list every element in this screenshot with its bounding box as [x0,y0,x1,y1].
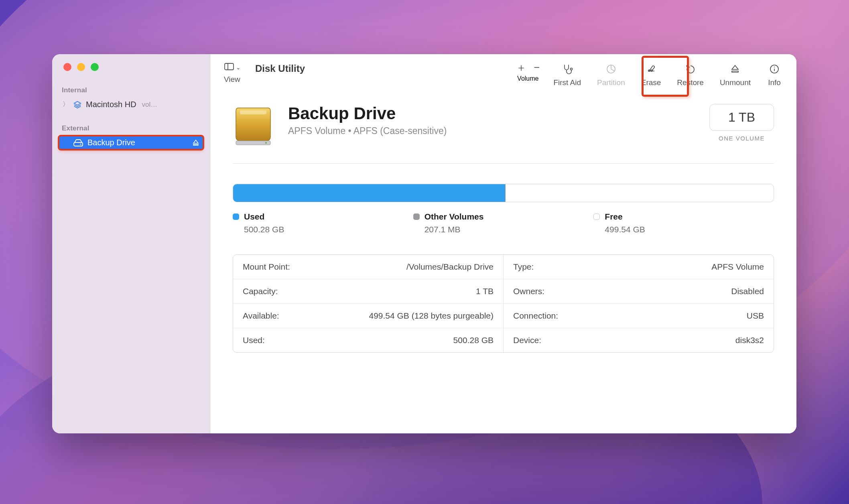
swatch-other-icon [413,213,420,220]
sidebar-item-label: Backup Drive [87,138,135,147]
usage-segment-used [233,184,505,202]
legend-free: Free 499.54 GB [593,212,774,234]
capacity-sublabel: ONE VOLUME [709,135,774,142]
legend-other: Other Volumes 207.1 MB [413,212,594,234]
info-row-owners: Owners:Disabled [504,279,774,303]
external-drive-art-icon [233,104,274,147]
eject-button[interactable] [188,139,199,146]
svg-point-10 [774,67,775,67]
sidebar-section-internal: Internal [52,86,210,94]
svg-rect-11 [240,110,266,114]
svg-point-13 [265,142,267,144]
volume-label: Volume [517,75,538,82]
sidebar-section-external: External [52,124,210,132]
close-window-button[interactable] [63,63,71,71]
volume-name: Backup Drive [288,104,447,123]
volume-add-remove: ＋ − Volume [516,62,540,89]
sidebar-item-macintosh-hd[interactable]: 〉 Macintosh HD vol… [59,98,203,112]
usage-segment-other [505,184,506,202]
chevron-down-icon: ⌄ [236,64,241,71]
divider [233,163,774,164]
eject-icon [729,64,741,76]
swatch-free-icon [593,213,600,220]
annotation-highlight-restore [642,56,689,97]
info-table: Mount Point:/Volumes/Backup Drive Capaci… [233,254,774,353]
window-controls [52,63,210,71]
info-row-type: Type:APFS Volume [504,255,774,279]
first-aid-button[interactable]: First Aid [551,62,583,89]
minimize-window-button[interactable] [77,63,85,71]
svg-point-4 [570,68,572,70]
capacity-badge: 1 TB [709,104,774,131]
zoom-window-button[interactable] [91,63,99,71]
remove-volume-button[interactable]: − [534,63,540,72]
window-title: Disk Utility [255,63,305,74]
external-drive-icon [73,138,83,147]
info-button[interactable]: Info [764,62,784,89]
svg-point-1 [80,144,81,145]
info-row-device: Device:disk3s2 [504,328,774,352]
volume-stack-icon [73,100,82,109]
sidebar: Internal 〉 Macintosh HD vol… External Ba… [52,54,210,433]
add-volume-button[interactable]: ＋ [516,63,526,72]
swatch-used-icon [233,213,239,220]
usage-bar [233,184,774,202]
info-row-capacity: Capacity:1 TB [233,279,503,303]
info-icon [769,64,780,76]
partition-button: Partition [595,62,628,89]
info-row-mount-point: Mount Point:/Volumes/Backup Drive [233,255,503,279]
view-label: View [224,75,240,84]
info-row-available: Available:499.54 GB (128 bytes purgeable… [233,303,503,328]
main-panel: ⌄ View Disk Utility ＋ − Volume First Aid [210,54,796,433]
info-row-connection: Connection:USB [504,303,774,328]
sidebar-item-label: Macintosh HD [86,100,136,109]
view-menu-button[interactable]: ⌄ View [224,62,241,84]
stethoscope-icon [562,64,573,76]
legend-used: Used 500.28 GB [233,212,413,234]
volume-subtitle: APFS Volume • APFS (Case-sensitive) [288,126,447,136]
disclosure-triangle-icon[interactable]: 〉 [63,100,69,109]
toolbar: ⌄ View Disk Utility ＋ − Volume First Aid [210,54,796,94]
sidebar-item-backup-drive[interactable]: Backup Drive [59,136,203,150]
disk-utility-window: Internal 〉 Macintosh HD vol… External Ba… [52,54,796,433]
sidebar-toggle-icon [224,62,234,73]
sidebar-item-suffix: vol… [142,101,158,109]
info-row-used: Used:500.28 GB [233,328,503,352]
pie-icon [605,64,617,76]
unmount-button[interactable]: Unmount [717,62,753,89]
svg-rect-2 [225,63,234,70]
